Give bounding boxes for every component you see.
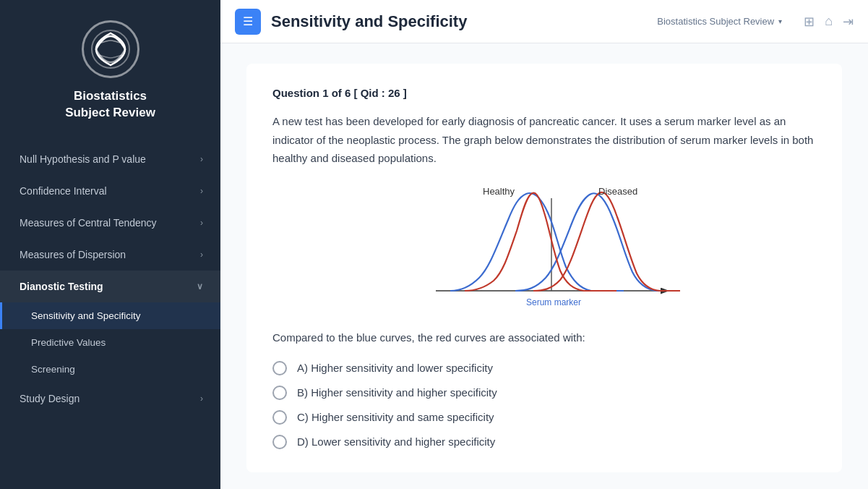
option-b-label: B) Higher sensitivity and higher specifi…	[297, 386, 497, 399]
header-icons: ⊞ ⌂ ⇥	[804, 14, 854, 30]
svg-text:Healthy: Healthy	[483, 186, 515, 197]
radio-b[interactable]	[272, 386, 287, 400]
chevron-right-icon: ›	[200, 218, 203, 228]
sidebar-item-label: Measures of Central Tendency	[20, 217, 157, 229]
sidebar-item-label: Confidence Interval	[20, 185, 107, 197]
sidebar-item-label: Dianostic Testing	[20, 281, 103, 292]
main-area: ☰ Sensitivity and Specificity Biostatist…	[220, 0, 868, 489]
radio-a[interactable]	[272, 361, 287, 375]
chevron-right-icon: ›	[200, 154, 203, 164]
sidebar-title: Biostatistics Subject Review	[65, 88, 155, 122]
header: ☰ Sensitivity and Specificity Biostatist…	[220, 0, 868, 43]
page-title: Sensitivity and Specificity	[271, 12, 647, 31]
logo-area: Biostatistics Subject Review	[0, 0, 220, 136]
sidebar-subitem-label: Predictive Values	[31, 337, 106, 348]
options-list: A) Higher sensitivity and lower specific…	[272, 361, 816, 449]
svg-text:Diseased: Diseased	[598, 186, 637, 197]
sidebar-item-label: Null Hypothesis and P value	[20, 153, 146, 165]
sidebar-subitem-label: Screening	[31, 364, 75, 375]
sidebar: Biostatistics Subject Review Null Hypoth…	[0, 0, 220, 489]
menu-button[interactable]: ☰	[235, 9, 261, 35]
chevron-down-icon: ▾	[778, 17, 782, 25]
chart-container: Healthy Diseased Serum marker	[272, 184, 816, 310]
chevron-right-icon: ›	[200, 186, 203, 196]
sidebar-subitem-predictive-values[interactable]: Predictive Values	[0, 329, 220, 356]
breadcrumb-text: Biostatistics Subject Review	[657, 16, 774, 27]
sidebar-item-label: Measures of Dispersion	[20, 249, 126, 260]
option-d[interactable]: D) Lower sensitivity and higher specific…	[272, 435, 816, 449]
home-icon[interactable]: ⌂	[825, 14, 833, 29]
chevron-down-icon: ∨	[197, 281, 203, 292]
svg-text:Serum marker: Serum marker	[526, 297, 581, 307]
sidebar-item-measures-dispersion[interactable]: Measures of Dispersion ›	[0, 239, 220, 271]
option-c[interactable]: C) Higher sensitivity and same specifici…	[272, 410, 816, 425]
calendar-icon[interactable]: ⊞	[804, 14, 815, 30]
sidebar-item-label: Study Design	[20, 393, 80, 404]
chevron-right-icon: ›	[200, 250, 203, 260]
logo-circle	[82, 20, 139, 78]
sidebar-item-confidence-interval[interactable]: Confidence Interval ›	[0, 175, 220, 207]
radio-d[interactable]	[272, 435, 287, 449]
sidebar-item-measures-central[interactable]: Measures of Central Tendency ›	[0, 207, 220, 239]
sidebar-subitem-sensitivity-specificity[interactable]: Sensitivity and Specificity	[0, 302, 220, 329]
hamburger-icon: ☰	[243, 14, 253, 28]
option-b[interactable]: B) Higher sensitivity and higher specifi…	[272, 386, 816, 400]
sidebar-item-study-design[interactable]: Study Design ›	[0, 383, 220, 414]
logout-icon[interactable]: ⇥	[843, 14, 854, 30]
sidebar-item-diagnostic-testing[interactable]: Dianostic Testing ∨	[0, 271, 220, 302]
breadcrumb[interactable]: Biostatistics Subject Review ▾	[657, 16, 782, 27]
sidebar-subitem-label: Sensitivity and Specificity	[31, 310, 141, 321]
question-card: Question 1 of 6 [ Qid : 26 ] A new test …	[246, 64, 842, 472]
radio-c[interactable]	[272, 410, 287, 425]
distribution-chart: Healthy Diseased Serum marker	[407, 184, 682, 310]
question-header: Question 1 of 6 [ Qid : 26 ]	[272, 87, 816, 99]
sidebar-subitem-screening[interactable]: Screening	[0, 356, 220, 383]
question-text: A new test has been developed for early …	[272, 112, 816, 168]
option-a[interactable]: A) Higher sensitivity and lower specific…	[272, 361, 816, 375]
option-a-label: A) Higher sensitivity and lower specific…	[297, 362, 493, 374]
sidebar-item-null-hypothesis[interactable]: Null Hypothesis and P value ›	[0, 143, 220, 175]
option-d-label: D) Lower sensitivity and higher specific…	[297, 435, 495, 448]
prompt-text: Compared to the blue curves, the red cur…	[272, 329, 816, 346]
sidebar-navigation: Null Hypothesis and P value › Confidence…	[0, 136, 220, 489]
option-c-label: C) Higher sensitivity and same specifici…	[297, 411, 494, 423]
content-area: Question 1 of 6 [ Qid : 26 ] A new test …	[220, 43, 868, 489]
logo-icon	[89, 27, 132, 71]
chevron-right-icon: ›	[200, 394, 203, 404]
